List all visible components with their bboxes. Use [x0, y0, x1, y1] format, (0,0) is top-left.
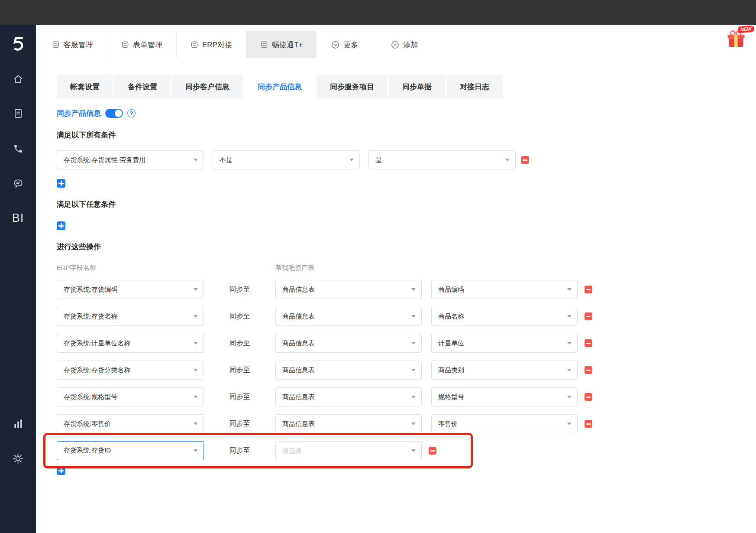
mapping-row: 存货系统:存货编码 同步至 商品信息表 商品编码 [57, 280, 756, 299]
chevron-down-icon [411, 396, 416, 398]
erp-field-select[interactable]: 存货系统:零售价 [57, 414, 204, 433]
asset-field-select[interactable]: 规格型号 [431, 387, 578, 406]
add-any-condition-button[interactable] [57, 221, 65, 230]
condition-value-select[interactable]: 是 [368, 150, 516, 169]
asset-table-select[interactable]: 请选择 [275, 441, 422, 460]
erp-field-select[interactable]: 存货系统:存货名称 [57, 307, 204, 326]
more-label: 更多 [343, 40, 358, 50]
brand-logo-icon [9, 34, 28, 53]
sync-to-label: 同步至 [204, 446, 275, 455]
remove-mapping-button[interactable] [585, 312, 592, 320]
subtab-account-settings[interactable]: 帐套设置 [57, 75, 113, 98]
chevron-down-circle-icon [331, 41, 339, 49]
sidebar-item-workorders[interactable] [0, 106, 36, 121]
subtab-sync-services[interactable]: 同步服务项目 [317, 75, 388, 98]
chevron-down-icon [567, 396, 572, 398]
subtab-sync-products[interactable]: 同步产品信息 [244, 75, 315, 98]
mapping-row: 存货系统:计量单位名称 同步至 商品信息表 计量单位 [57, 334, 756, 353]
chevron-down-icon [567, 422, 572, 425]
sync-products-label: 同步产品信息 [57, 108, 101, 118]
toggle-knob [115, 110, 122, 117]
tab-erp-integration[interactable]: ERP对接 [177, 31, 246, 58]
chevron-down-icon [411, 288, 416, 291]
erp-field-select[interactable]: 存货系统:计量单位名称 [57, 334, 204, 353]
remove-mapping-button[interactable] [585, 366, 592, 374]
asset-field-select[interactable]: 计量单位 [431, 334, 578, 353]
asset-table-select[interactable]: 商品信息表 [275, 387, 422, 406]
subtab-sync-documents[interactable]: 同步单据 [389, 75, 445, 98]
asset-table-select[interactable]: 商品信息表 [275, 307, 422, 326]
module-doc-icon [260, 41, 268, 49]
sync-to-label: 同步至 [204, 339, 275, 348]
sync-to-label: 同步至 [204, 312, 275, 321]
actions-heading: 进行这些操作 [57, 242, 756, 252]
sync-toggle-row: 同步产品信息 ? [57, 108, 756, 118]
document-icon [13, 108, 24, 119]
erp-field-column-header: ERP字段名称 [57, 264, 204, 272]
chevron-down-icon [194, 396, 198, 398]
chat-icon [13, 178, 24, 189]
tab-customer-service[interactable]: 客服管理 [38, 31, 107, 58]
sync-toggle[interactable] [105, 109, 123, 118]
erp-field-select[interactable]: 存货系统:存货编码 [57, 280, 204, 299]
module-tabbar: 客服管理 表单管理 ERP对接 畅捷通T+ 更多 添加 [36, 25, 756, 58]
chevron-down-icon [194, 288, 198, 291]
sidebar-item-calls[interactable] [0, 141, 36, 156]
new-badge: NEW [738, 26, 755, 33]
sidebar-item-bi[interactable]: BI [0, 209, 36, 227]
asset-table-select[interactable]: 商品信息表 [275, 414, 422, 433]
asset-table-select[interactable]: 商品信息表 [275, 280, 422, 299]
sidebar-item-home[interactable] [0, 71, 36, 87]
mapping-column-headers: ERP字段名称 帮我吧资产表 [57, 264, 756, 272]
help-icon[interactable]: ? [127, 109, 136, 117]
asset-table-select[interactable]: 商品信息表 [275, 361, 422, 380]
chevron-down-icon [194, 315, 198, 318]
tab-label: ERP对接 [202, 40, 232, 50]
asset-field-select[interactable]: 零售价 [431, 414, 578, 433]
bangwoba-logo[interactable] [0, 32, 36, 55]
add-mapping-button[interactable] [57, 466, 65, 475]
sidebar-item-settings[interactable] [0, 451, 36, 466]
sidebar-item-stats[interactable] [0, 416, 36, 432]
tab-more[interactable]: 更多 [322, 31, 368, 58]
condition-field-select[interactable]: 存货系统:存货属性-劳务费用 [57, 150, 204, 169]
asset-field-select[interactable]: 商品名称 [431, 307, 578, 326]
text-cursor [112, 447, 112, 455]
erp-field-select[interactable]: 存货系统:存货分类名称 [57, 361, 204, 380]
chevron-down-icon [567, 369, 572, 371]
mapping-row: 存货系统:存货分类名称 同步至 商品信息表 商品类别 [57, 361, 756, 380]
tab-form-management[interactable]: 表单管理 [107, 31, 177, 58]
asset-table-select[interactable]: 商品信息表 [275, 334, 422, 353]
erp-field-select-focused[interactable]: 存货系统:存货ID [57, 441, 204, 460]
remove-mapping-button[interactable] [585, 339, 592, 347]
subtab-integration-log[interactable]: 对接日志 [446, 75, 503, 98]
tab-chanjetong-t-plus[interactable]: 畅捷通T+ [246, 31, 317, 58]
subtab-spare-parts[interactable]: 备件设置 [114, 75, 171, 98]
condition-operator-select[interactable]: 不是 [213, 150, 360, 169]
remove-mapping-button[interactable] [585, 393, 592, 401]
chevron-down-icon [411, 422, 416, 425]
remove-condition-button[interactable] [521, 156, 529, 164]
sync-to-label: 同步至 [204, 419, 275, 429]
module-doc-icon [52, 41, 60, 49]
chevron-down-icon [194, 159, 198, 161]
integration-panel: 帐套设置 备件设置 同步客户信息 同步产品信息 同步服务项目 同步单据 对接日志… [36, 58, 756, 475]
remove-mapping-button[interactable] [585, 286, 592, 293]
asset-table-column-header: 帮我吧资产表 [275, 264, 422, 272]
chevron-down-icon [567, 288, 572, 291]
mapping-row: 存货系统:零售价 同步至 商品信息表 零售价 [57, 414, 756, 433]
add-all-condition-button[interactable] [57, 179, 65, 188]
remove-mapping-button[interactable] [585, 420, 592, 428]
tab-label: 客服管理 [64, 40, 93, 50]
subtab-sync-customers[interactable]: 同步客户信息 [172, 75, 243, 98]
sidebar-item-chat[interactable] [0, 176, 36, 191]
tab-add[interactable]: 添加 [381, 31, 427, 58]
erp-field-select[interactable]: 存货系统:规格型号 [57, 387, 204, 406]
plus-circle-icon [391, 41, 399, 49]
asset-field-select[interactable]: 商品类别 [431, 361, 578, 380]
home-icon [13, 73, 24, 84]
chevron-down-icon [411, 449, 416, 452]
gift-promo[interactable]: NEW [726, 30, 748, 49]
remove-mapping-button[interactable] [429, 447, 436, 455]
asset-field-select[interactable]: 商品编码 [431, 280, 578, 299]
